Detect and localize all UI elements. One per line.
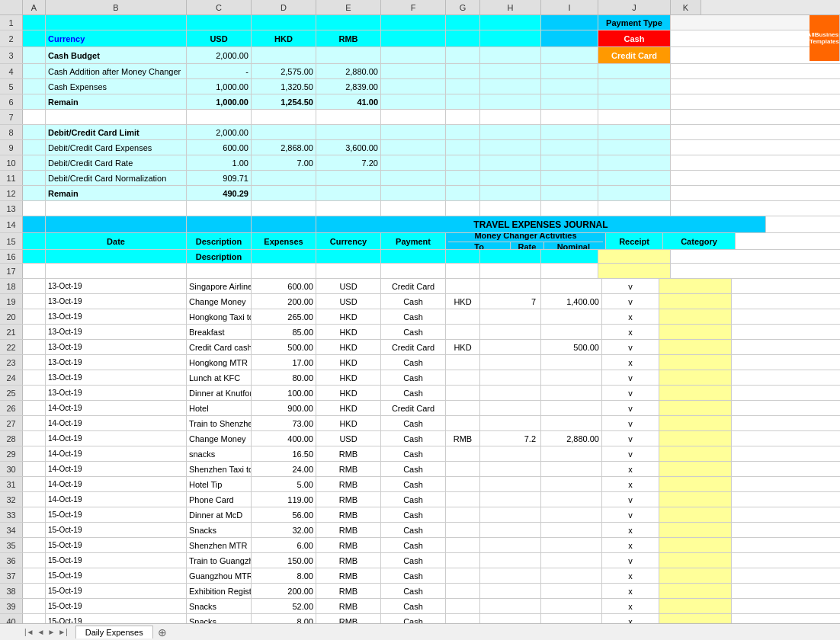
- cell-exp-33[interactable]: 56.00: [252, 507, 316, 522]
- cell-cat-29[interactable]: [659, 446, 732, 461]
- cell-g11[interactable]: [446, 171, 480, 185]
- cell-cat-26[interactable]: [659, 401, 732, 415]
- cell-rate-19[interactable]: 7: [480, 294, 541, 309]
- cell-desc-36[interactable]: Train to Guangzhou: [187, 553, 252, 568]
- cell-h2[interactable]: [480, 30, 541, 46]
- cell-g1[interactable]: [446, 15, 480, 30]
- cell-date-20[interactable]: 13-Oct-19: [46, 309, 187, 324]
- cell-cat-24[interactable]: [659, 370, 732, 385]
- cell-b2-currency[interactable]: Currency: [46, 30, 187, 46]
- cell-receipt-28[interactable]: v: [602, 431, 659, 446]
- cell-receipt-18[interactable]: v: [602, 279, 659, 293]
- cell-exp-27[interactable]: 73.00: [252, 416, 316, 430]
- cell-f6[interactable]: [381, 94, 446, 109]
- cell-a13[interactable]: [23, 201, 46, 216]
- cell-cat-34[interactable]: [659, 523, 732, 537]
- cell-c17[interactable]: [187, 264, 252, 278]
- cell-desc-29[interactable]: snacks: [187, 446, 252, 461]
- cell-to-26[interactable]: [446, 401, 480, 415]
- cell-c12[interactable]: 490.29: [187, 186, 252, 200]
- cell-h17[interactable]: [480, 264, 541, 278]
- cell-cat-38[interactable]: [659, 584, 732, 598]
- cell-curr-21[interactable]: HKD: [316, 325, 381, 339]
- cell-date-23[interactable]: 13-Oct-19: [46, 355, 187, 370]
- cell-g6[interactable]: [446, 94, 480, 109]
- add-sheet-icon[interactable]: ⊕: [158, 626, 167, 638]
- cell-d13[interactable]: [252, 201, 316, 216]
- cell-e13[interactable]: [316, 201, 381, 216]
- cell-d4[interactable]: 2,575.00: [252, 64, 316, 78]
- cell-cat-32[interactable]: [659, 492, 732, 507]
- cell-d3[interactable]: [252, 47, 316, 63]
- cell-rate-24[interactable]: [480, 370, 541, 385]
- cell-nom-18[interactable]: [541, 279, 602, 293]
- cell-pay-24[interactable]: Cash: [381, 370, 446, 385]
- cell-d6[interactable]: 1,254.50: [252, 94, 316, 109]
- cell-e2[interactable]: RMB: [316, 30, 381, 46]
- cell-cat-18[interactable]: [659, 279, 732, 293]
- cell-d17[interactable]: [252, 264, 316, 278]
- cell-receipt-37[interactable]: x: [602, 568, 659, 583]
- cell-a31[interactable]: [23, 477, 46, 491]
- cell-c1[interactable]: [187, 15, 252, 30]
- cell-receipt-31[interactable]: x: [602, 477, 659, 491]
- cell-date-33[interactable]: 15-Oct-19: [46, 507, 187, 522]
- cell-desc-39[interactable]: Snacks: [187, 599, 252, 613]
- cell-rate-20[interactable]: [480, 309, 541, 324]
- cell-date-38[interactable]: 15-Oct-19: [46, 584, 187, 598]
- cell-receipt-23[interactable]: x: [602, 355, 659, 370]
- cell-receipt-32[interactable]: v: [602, 492, 659, 507]
- cell-rate-26[interactable]: [480, 401, 541, 415]
- cell-curr-27[interactable]: HKD: [316, 416, 381, 430]
- cell-a3[interactable]: [23, 47, 46, 63]
- cell-a19[interactable]: [23, 294, 46, 309]
- cell-a25[interactable]: [23, 386, 46, 400]
- cell-curr-25[interactable]: HKD: [316, 386, 381, 400]
- cell-h4[interactable]: [480, 64, 541, 78]
- cell-to-18[interactable]: [446, 279, 480, 293]
- cell-c8[interactable]: 2,000.00: [187, 125, 252, 139]
- cell-h8[interactable]: [480, 125, 541, 139]
- cell-a23[interactable]: [23, 355, 46, 370]
- cell-j4[interactable]: [598, 64, 671, 78]
- cell-d10[interactable]: 7.00: [252, 155, 316, 170]
- col-header-g[interactable]: G: [446, 0, 480, 14]
- cell-d2[interactable]: HKD: [252, 30, 316, 46]
- col-header-a[interactable]: A: [23, 0, 46, 14]
- cell-i7[interactable]: [541, 110, 598, 124]
- cell-curr-19[interactable]: USD: [316, 294, 381, 309]
- cell-d9[interactable]: 2,868.00: [252, 140, 316, 155]
- cell-b17[interactable]: [46, 264, 187, 278]
- cell-cat-19[interactable]: [659, 294, 732, 309]
- cell-c13[interactable]: [187, 201, 252, 216]
- cell-to-19[interactable]: HKD: [446, 294, 480, 309]
- cell-desc-21[interactable]: Breakfast: [187, 325, 252, 339]
- cell-e4[interactable]: 2,880.00: [316, 64, 381, 78]
- cell-d5[interactable]: 1,320.50: [252, 79, 316, 94]
- cell-e1[interactable]: [316, 15, 381, 30]
- cell-to-20[interactable]: [446, 309, 480, 324]
- cell-rate-39[interactable]: [480, 599, 541, 613]
- cell-i1[interactable]: [541, 15, 598, 30]
- cell-j11[interactable]: [598, 171, 671, 185]
- cell-exp-36[interactable]: 150.00: [252, 553, 316, 568]
- cell-h6[interactable]: [480, 94, 541, 109]
- cell-f9[interactable]: [381, 140, 446, 155]
- tab-add-icon[interactable]: ⊕: [158, 626, 167, 638]
- cell-nom-28[interactable]: 2,880.00: [541, 431, 602, 446]
- cell-c3[interactable]: 2,000.00: [187, 47, 252, 63]
- cell-cat-30[interactable]: [659, 462, 732, 476]
- cell-i3[interactable]: [541, 47, 598, 63]
- tab-first[interactable]: |◄: [24, 628, 34, 636]
- cell-a18[interactable]: [23, 279, 46, 293]
- cell-receipt-29[interactable]: v: [602, 446, 659, 461]
- cell-date-25[interactable]: 13-Oct-19: [46, 386, 187, 400]
- cell-d12[interactable]: [252, 186, 316, 200]
- cell-cat-23[interactable]: [659, 355, 732, 370]
- cell-a6[interactable]: [23, 94, 46, 109]
- cell-nom-31[interactable]: [541, 477, 602, 491]
- cell-nom-21[interactable]: [541, 325, 602, 339]
- cell-desc-33[interactable]: Dinner at McD: [187, 507, 252, 522]
- cell-pay-30[interactable]: Cash: [381, 462, 446, 476]
- cell-receipt-26[interactable]: v: [602, 401, 659, 415]
